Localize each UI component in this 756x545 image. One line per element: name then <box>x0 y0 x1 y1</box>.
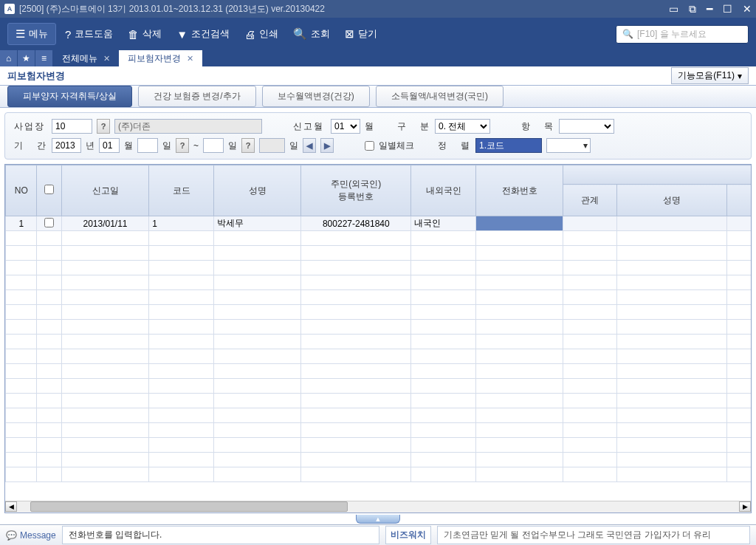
table-row[interactable] <box>6 231 752 246</box>
next-button[interactable]: ▶ <box>320 138 334 153</box>
collapse-handle[interactable]: ▲ <box>0 515 756 524</box>
function-menu-button[interactable]: 기능모음(F11) ▾ <box>671 67 749 84</box>
app-icon: A <box>4 4 15 14</box>
titlebar: A [2500] (주)스마트에이 13기 2013.01.01~2013.12… <box>0 0 756 18</box>
tab-current[interactable]: 피보험자변경 ✕ <box>119 50 202 66</box>
tab-close-icon[interactable]: ✕ <box>187 54 193 64</box>
table-row[interactable] <box>6 467 752 482</box>
statusbar: 💬 Message 전화번호를 입력합니다. 비즈워치 기초연금만 믿게 될 전… <box>0 524 756 545</box>
workplace-lookup-button[interactable]: ? <box>97 119 110 134</box>
day-unit2: 일 <box>228 140 237 152</box>
year-input[interactable] <box>52 138 81 153</box>
cascade-icon[interactable]: ⧉ <box>689 3 696 16</box>
scroll-left-icon[interactable]: ◀ <box>5 501 17 512</box>
query-button[interactable]: 🔍 조회 <box>287 23 336 45</box>
date-from-lookup[interactable]: ? <box>176 138 189 153</box>
bizwatch-label: 비즈워치 <box>385 526 431 544</box>
scroll-right-icon[interactable]: ▶ <box>739 501 751 512</box>
table-row[interactable] <box>6 408 752 423</box>
cell-phone[interactable] <box>476 216 563 231</box>
table-row[interactable] <box>6 305 752 320</box>
chevron-down-icon[interactable]: ▾ <box>583 140 588 151</box>
workplace-input[interactable] <box>52 119 92 134</box>
favorite-button[interactable]: ★ <box>18 50 35 66</box>
table-row[interactable] <box>6 261 752 275</box>
close-button[interactable]: ⊠ 닫기 <box>339 23 383 45</box>
print-button[interactable]: 🖨 인쇄 <box>238 23 284 45</box>
cell-foreign: 내국인 <box>411 216 476 231</box>
print-label: 인쇄 <box>259 27 278 41</box>
cell[interactable] <box>726 216 752 231</box>
tabs-row: ⌂ ★ ≡ 전체메뉴 ✕ 피보험자변경 ✕ <box>0 50 756 66</box>
workplace-label: 사업장 <box>14 120 47 133</box>
delete-label: 삭제 <box>142 27 162 41</box>
category-label: 구 분 <box>397 120 430 133</box>
hamburger-icon: ☰ <box>16 27 25 41</box>
filter-panel: 사업장 ? 신고월 01 월 구 분 0. 전체 항 목 기 간 년 월 일 ?… <box>4 112 752 160</box>
menu-button[interactable]: ☰ 메뉴 <box>7 23 56 45</box>
trash-icon: 🗑 <box>128 28 139 41</box>
select-all-checkbox[interactable] <box>44 185 54 194</box>
maximize-icon[interactable]: ☐ <box>723 3 732 16</box>
col-code: 코드 <box>149 165 214 216</box>
month-input[interactable] <box>99 138 120 153</box>
category-select[interactable]: 0. 전체 <box>435 119 490 134</box>
table-row[interactable] <box>6 379 752 394</box>
cell-check <box>37 216 61 231</box>
table-row[interactable] <box>6 320 752 335</box>
tab-current-label: 피보험자변경 <box>128 52 181 65</box>
subtab-income-change[interactable]: 소득월액/내역변경(국민) <box>376 86 504 107</box>
prev-button[interactable]: ◀ <box>303 138 316 153</box>
cell[interactable] <box>563 216 617 231</box>
col-dependent-group: 피부양자 <box>563 165 752 185</box>
x-box-icon: ⊠ <box>345 27 354 41</box>
table-row[interactable] <box>6 453 752 467</box>
cell-no: 1 <box>6 216 37 231</box>
subtab-health-cert[interactable]: 건강 보험증 변경/추가 <box>138 86 256 107</box>
close-icon[interactable]: ✕ <box>743 3 752 16</box>
cell[interactable] <box>617 216 727 231</box>
tab-close-icon[interactable]: ✕ <box>103 54 110 64</box>
col-ssn: 주민(외국인) 등록번호 <box>301 165 411 216</box>
minimize-icon[interactable]: ━ <box>707 3 712 16</box>
table-row[interactable] <box>6 275 752 290</box>
scroll-thumb[interactable] <box>30 501 348 512</box>
table-row[interactable] <box>6 423 752 438</box>
table-row[interactable] <box>6 364 752 379</box>
row-checkbox[interactable] <box>44 218 54 227</box>
col-foreign: 내외국인 <box>411 165 476 216</box>
search-placeholder: [F10] 을 누르세요 <box>637 28 707 41</box>
sort-input[interactable] <box>475 138 542 153</box>
subtab-acquisition[interactable]: 피부양자 자격취득/상실 <box>7 86 132 107</box>
daily-check[interactable] <box>365 141 374 151</box>
bizwatch-text: 기초연금만 믿게 될 전업수부모나 그래도 국민연금 가입자가 더 유리 <box>437 526 750 544</box>
cell-report-date: 2013/01/11 <box>61 216 148 231</box>
table-row[interactable] <box>6 349 752 364</box>
subtitle-bar: 피보험자변경 기능모음(F11) ▾ <box>0 66 756 86</box>
day-to-input[interactable] <box>203 138 224 153</box>
delete-button[interactable]: 🗑 삭제 <box>122 23 168 45</box>
book-icon[interactable]: ▭ <box>669 3 678 16</box>
table-row[interactable]: 1 2013/01/11 1 박세무 800227-2481840 내국인 <box>6 216 752 231</box>
cond-search-button[interactable]: ▼ 조건검색 <box>171 23 236 45</box>
item-select[interactable] <box>559 119 614 134</box>
workplace-name <box>114 119 262 134</box>
table-row[interactable] <box>6 394 752 408</box>
home-button[interactable]: ⌂ <box>0 50 18 66</box>
report-month-select[interactable]: 01 <box>331 119 360 134</box>
table-row[interactable] <box>6 438 752 453</box>
message-label-text: Message <box>20 530 56 541</box>
day-from-input[interactable] <box>137 138 158 153</box>
table-row[interactable] <box>6 290 752 305</box>
list-button[interactable]: ≡ <box>35 50 53 66</box>
subtab-salary-change[interactable]: 보수월액변경(건강) <box>262 86 370 107</box>
col-relation: 관계 <box>563 185 617 216</box>
date-to-lookup[interactable]: ? <box>241 138 255 153</box>
table-row[interactable] <box>6 246 752 261</box>
table-row[interactable] <box>6 335 752 349</box>
tab-all-menu[interactable]: 전체메뉴 ✕ <box>53 50 119 66</box>
sort-label: 정 렬 <box>438 140 471 152</box>
code-help-button[interactable]: ? 코드도움 <box>59 23 119 45</box>
horizontal-scrollbar[interactable]: ◀ ▶ <box>5 501 751 513</box>
global-search[interactable]: 🔍 [F10] 을 누르세요 <box>616 25 749 44</box>
